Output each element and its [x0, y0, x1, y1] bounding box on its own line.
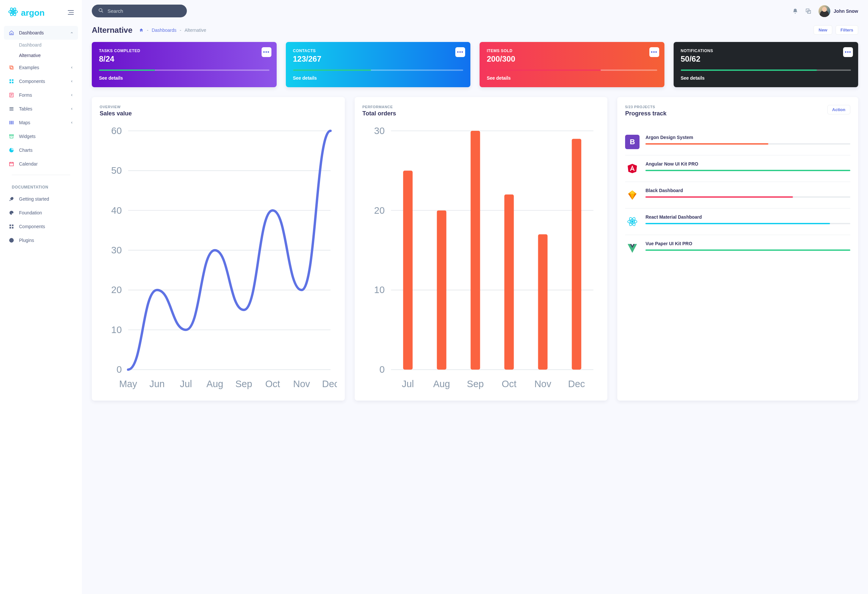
svg-text:Oct: Oct — [502, 378, 516, 389]
chevron-icon — [69, 93, 74, 97]
sidebar-item-examples[interactable]: Examples — [4, 61, 78, 74]
svg-rect-12 — [12, 81, 13, 83]
new-button[interactable]: New — [813, 25, 832, 35]
project-name: Black Dashboard — [645, 188, 850, 193]
table-icon — [9, 106, 15, 112]
layers-icon — [9, 65, 15, 71]
sidebar-item-label: Components — [19, 224, 45, 229]
expand-icon — [805, 10, 811, 15]
svg-rect-21 — [11, 121, 12, 124]
svg-text:Jun: Jun — [149, 378, 165, 389]
sidebar-doc-item-getting started[interactable]: Getting started — [4, 192, 78, 206]
svg-rect-75 — [504, 194, 514, 369]
search-input[interactable] — [108, 8, 180, 14]
progress-list: B Argon Design System Angular Now UI Kit… — [625, 129, 850, 261]
progress-title: Progress track — [625, 110, 666, 117]
sidebar-nav: Dashboards DashboardAlternative Examples… — [0, 26, 82, 247]
stat-details-link[interactable]: See details — [99, 75, 269, 81]
page-title: Alternative — [92, 25, 133, 35]
sidebar-item-label: Plugins — [19, 238, 34, 243]
project-name: React Material Dashboard — [645, 214, 850, 220]
svg-text:Aug: Aug — [207, 378, 224, 389]
stat-value: 200/300 — [487, 55, 657, 64]
svg-text:Sep: Sep — [235, 378, 252, 389]
stat-label: NOTIFICATIONS — [681, 49, 851, 53]
chevron-icon — [69, 107, 74, 111]
svg-rect-30 — [9, 225, 11, 226]
chevron-icon — [69, 121, 74, 124]
sidebar-doc-item-plugins[interactable]: Plugins — [4, 233, 78, 247]
plug-icon — [9, 237, 15, 243]
progress-item: React Material Dashboard — [625, 208, 850, 235]
progress-item: Black Dashboard — [625, 182, 850, 208]
fullscreen-button[interactable] — [805, 8, 811, 14]
sidebar-item-calendar[interactable]: Calendar — [4, 157, 78, 171]
filters-button[interactable]: Filters — [836, 25, 858, 35]
sidebar-item-tables[interactable]: Tables — [4, 102, 78, 116]
svg-text:Dec: Dec — [568, 378, 585, 389]
breadcrumb-section[interactable]: Dashboards — [152, 28, 177, 33]
orders-eyebrow: PERFORMANCE — [363, 105, 600, 109]
sidebar-item-maps[interactable]: Maps — [4, 116, 78, 130]
sales-eyebrow: OVERVIEW — [100, 105, 337, 109]
svg-point-35 — [99, 9, 102, 12]
avatar — [818, 5, 830, 17]
stat-progress — [487, 69, 657, 71]
user-menu[interactable]: John Snow — [818, 5, 858, 17]
svg-text:Nov: Nov — [293, 378, 310, 389]
svg-text:50: 50 — [111, 165, 122, 176]
sidebar-item-forms[interactable]: Forms — [4, 88, 78, 102]
stat-progress — [681, 69, 851, 71]
react-icon — [625, 214, 639, 229]
project-progress — [645, 223, 850, 224]
sidebar-item-label: Forms — [19, 92, 32, 98]
svg-rect-11 — [9, 81, 11, 83]
svg-text:40: 40 — [111, 205, 122, 216]
sidebar-item-dashboards[interactable]: Dashboards — [4, 26, 78, 40]
sidebar-subitem-dashboard[interactable]: Dashboard — [19, 40, 78, 50]
piechart-icon — [9, 147, 15, 153]
progress-item: Angular Now UI Kit PRO — [625, 155, 850, 182]
svg-rect-9 — [9, 79, 11, 81]
stat-details-link[interactable]: See details — [293, 75, 464, 81]
chevron-icon — [70, 30, 74, 35]
project-progress — [645, 170, 850, 171]
bootstrap-icon: B — [625, 135, 639, 149]
sidebar-item-label: Maps — [19, 120, 30, 125]
svg-rect-31 — [12, 225, 13, 226]
sidebar-item-charts[interactable]: Charts — [4, 143, 78, 157]
sketch-icon — [625, 188, 639, 202]
sales-panel: OVERVIEW Sales value 0102030405060MayJun… — [92, 97, 345, 400]
sidebar-item-label: Examples — [19, 65, 39, 70]
sidebar-doc-item-components[interactable]: Components — [4, 220, 78, 233]
svg-rect-8 — [10, 66, 13, 69]
home-icon — [9, 30, 15, 36]
breadcrumb: - Dashboards - Alternative — [139, 28, 206, 33]
notifications-button[interactable] — [792, 8, 798, 14]
svg-rect-20 — [9, 121, 10, 124]
search-box[interactable] — [92, 4, 187, 18]
map-icon — [9, 120, 15, 126]
calendar-icon — [9, 161, 15, 167]
sales-chart: 0102030405060MayJunJulAugSepOctNovDec — [100, 123, 337, 393]
svg-text:60: 60 — [111, 126, 122, 136]
sidebar-subitem-alternative[interactable]: Alternative — [19, 50, 78, 61]
sidebar-doc-item-foundation[interactable]: Foundation — [4, 206, 78, 220]
stat-details-link[interactable]: See details — [681, 75, 851, 81]
svg-rect-10 — [12, 79, 13, 81]
progress-panel: 5/23 PROJECTS Progress track Action B Ar… — [617, 97, 858, 400]
home-icon[interactable] — [139, 28, 143, 33]
sidebar-item-widgets[interactable]: Widgets — [4, 130, 78, 143]
sidebar-doc-heading: DOCUMENTATION — [4, 179, 78, 192]
svg-text:Oct: Oct — [265, 378, 280, 389]
sidebar-toggle[interactable] — [68, 10, 74, 16]
stat-card-2: ••• ITEMS SOLD 200/300 See details — [480, 42, 664, 87]
project-name: Argon Design System — [645, 135, 850, 140]
sidebar-item-components[interactable]: Components — [4, 74, 78, 88]
stat-value: 8/24 — [99, 55, 269, 64]
svg-rect-33 — [12, 227, 13, 229]
stat-value: 50/62 — [681, 55, 851, 64]
progress-action-button[interactable]: Action — [827, 105, 850, 114]
brand-logo[interactable]: argon — [8, 7, 44, 19]
stat-details-link[interactable]: See details — [487, 75, 657, 81]
